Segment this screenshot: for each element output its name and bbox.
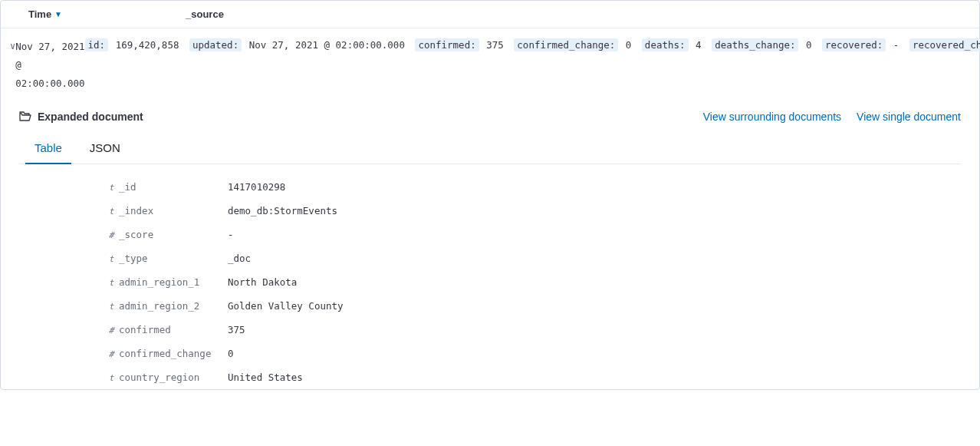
field-name: admin_region_2 (119, 300, 228, 312)
field-row: #confirmed375 (104, 318, 961, 342)
field-value: demo_db:StormEvents (228, 205, 337, 216)
document-links: View surrounding documents View single d… (703, 111, 961, 123)
field-value: North Dakota (228, 276, 297, 288)
expanded-document: Expanded document View surrounding docum… (1, 97, 979, 389)
source-field-value: 375 (481, 39, 510, 51)
field-value: Golden Valley County (228, 300, 344, 312)
source-column-header[interactable]: _source (186, 8, 970, 20)
source-field-value: Nov 27, 2021 @ 02:00:00.000 (243, 39, 410, 51)
tab-json[interactable]: JSON (87, 134, 123, 164)
field-type-icon: t (104, 373, 119, 383)
time-header-label: Time (28, 8, 51, 20)
source-field-key: confirmed_change: (514, 38, 618, 51)
field-type-icon: # (104, 230, 119, 240)
time-column-header[interactable]: Time ▼ (28, 8, 186, 20)
source-field-value: 0 (620, 39, 637, 51)
field-name: _index (119, 205, 228, 216)
expanded-title-text: Expanded document (38, 111, 143, 123)
field-type-icon: t (104, 183, 119, 193)
field-value: United States (228, 372, 303, 383)
expanded-title: Expanded document (19, 111, 143, 123)
source-field-key: updated: (189, 38, 242, 51)
expand-column-header (10, 8, 28, 20)
field-row: t_id1417010298 (104, 175, 961, 199)
source-field-key: id: (85, 38, 109, 51)
view-surrounding-link[interactable]: View surrounding documents (703, 111, 841, 123)
source-field-value: 0 (800, 39, 817, 51)
field-type-icon: # (104, 349, 119, 359)
field-type-icon: # (104, 325, 119, 335)
time-cell: Nov 27, 2021 @ 02:00:00.000 (15, 36, 84, 92)
field-row: tadmin_region_1North Dakota (104, 270, 961, 294)
source-field-key: confirmed: (415, 38, 478, 51)
field-name: confirmed (119, 324, 228, 335)
field-name: _id (119, 181, 228, 193)
tab-table[interactable]: Table (31, 134, 65, 164)
field-row: tcountry_regionUnited States (104, 365, 961, 389)
source-header-label: _source (186, 8, 224, 20)
field-value: 375 (228, 324, 245, 335)
field-value: _doc (228, 253, 251, 264)
field-type-icon: t (104, 278, 119, 288)
folder-open-icon (19, 111, 31, 122)
table-header: Time ▼ _source (1, 1, 979, 28)
field-value: - (228, 229, 234, 240)
source-field-key: deaths_change: (712, 38, 798, 51)
field-name: confirmed_change (119, 348, 228, 359)
field-row: tadmin_region_2Golden Valley County (104, 294, 961, 318)
field-type-icon: t (104, 302, 119, 312)
source-field-key: deaths: (642, 38, 689, 51)
field-row: #confirmed_change0 (104, 342, 961, 365)
doc-view-tabs: Table JSON (19, 134, 961, 164)
field-name: country_region (119, 372, 228, 383)
field-row: #_score - (104, 223, 961, 246)
field-name: _type (119, 253, 228, 264)
expand-toggle-icon[interactable]: ∨ (10, 36, 15, 92)
document-panel: Time ▼ _source ∨ Nov 27, 2021 @ 02:00:00… (0, 0, 980, 390)
table-row: ∨ Nov 27, 2021 @ 02:00:00.000 id: 169,42… (1, 28, 979, 97)
expanded-header: Expanded document View surrounding docum… (19, 111, 961, 123)
sort-desc-icon: ▼ (54, 10, 62, 18)
field-row: t_indexdemo_db:StormEvents (104, 199, 961, 223)
field-name: admin_region_1 (119, 276, 228, 288)
field-value: 0 (228, 348, 234, 359)
field-type-icon: t (104, 206, 119, 216)
source-field-value: 169,420,858 (110, 39, 185, 51)
field-name: _score (119, 229, 228, 240)
source-field-value: - (887, 39, 905, 51)
field-table: t_id1417010298t_indexdemo_db:StormEvents… (19, 164, 961, 389)
field-type-icon: t (104, 254, 119, 264)
source-cell: id: 169,420,858 updated: Nov 27, 2021 @ … (85, 36, 980, 92)
source-field-value: 4 (690, 39, 708, 51)
field-row: t_type_doc (104, 246, 961, 270)
source-field-key: recovered_change: (909, 38, 980, 51)
source-field-key: recovered: (822, 38, 886, 51)
field-value: 1417010298 (228, 181, 285, 193)
view-single-link[interactable]: View single document (857, 111, 961, 123)
